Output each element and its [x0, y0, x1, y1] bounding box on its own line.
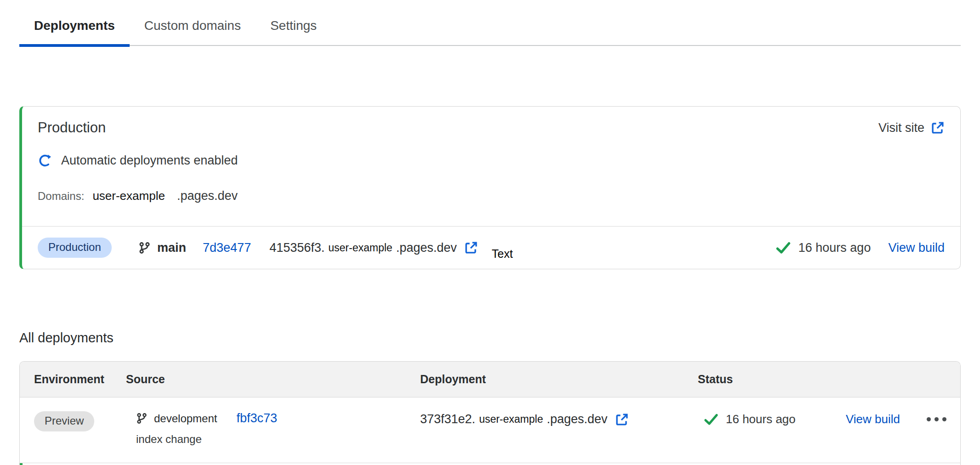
next-row-green-border [20, 463, 23, 465]
tab-deployments[interactable]: Deployments [19, 11, 130, 45]
all-deployments-title: All deployments [19, 330, 961, 346]
git-branch-icon [136, 412, 148, 425]
production-domain-suffix: .pages.dev [177, 189, 238, 203]
refresh-icon [38, 154, 51, 167]
deployment-domain-name: user-example [479, 413, 543, 425]
production-deployment-row: Production main 7d3e477 415356f3. user-e… [22, 226, 960, 269]
auto-deployments-text: Automatic deployments enabled [61, 153, 238, 168]
check-icon [775, 241, 791, 255]
column-header-environment: Environment [20, 373, 126, 386]
tab-bar: Deployments Custom domains Settings [19, 0, 961, 46]
domains-label: Domains: [38, 190, 84, 203]
more-options-icon [942, 417, 946, 421]
environment-badge: Production [38, 238, 112, 258]
external-link-icon [931, 121, 945, 135]
table-row: Preview development fbf3c73 index change [20, 397, 960, 463]
deployments-table: Environment Source Deployment Status Pre… [19, 361, 961, 465]
production-card-title: Production [38, 119, 106, 136]
more-options-icon [927, 417, 931, 421]
annotation-text: Text [492, 247, 513, 261]
table-header-row: Environment Source Deployment Status [20, 362, 960, 397]
branch-name: main [157, 241, 186, 255]
column-header-deployment: Deployment [420, 373, 698, 386]
next-row-partial [20, 463, 960, 465]
deployment-time: 16 hours ago [798, 241, 871, 255]
column-header-status: Status [698, 373, 960, 386]
deployment-id: 415356f3. [269, 241, 325, 255]
commit-link[interactable]: 7d3e477 [203, 241, 251, 255]
deployment-time: 16 hours ago [726, 412, 796, 426]
tab-settings[interactable]: Settings [256, 11, 331, 45]
more-options-icon [934, 417, 939, 421]
commit-message: index change [136, 433, 420, 446]
view-build-link[interactable]: View build [888, 241, 945, 255]
production-card: Production Visit site Automa [19, 106, 961, 269]
visit-site-button[interactable]: Visit site [878, 121, 945, 135]
check-icon [704, 413, 718, 426]
more-options-button[interactable] [926, 414, 947, 424]
branch-name: development [154, 412, 217, 425]
deployment-domain-suffix: .pages.dev [547, 412, 607, 426]
commit-link[interactable]: fbf3c73 [236, 411, 277, 425]
git-branch-icon [138, 241, 151, 255]
external-link-icon[interactable] [464, 241, 478, 255]
column-header-source: Source [126, 373, 420, 386]
external-link-icon[interactable] [615, 413, 629, 426]
deployment-domain-suffix: .pages.dev [396, 241, 457, 255]
deployment-domain-name: user-example [328, 242, 392, 254]
deployment-id: 373f31e2. [420, 412, 475, 426]
visit-site-label: Visit site [878, 121, 924, 135]
view-build-link[interactable]: View build [846, 412, 900, 426]
production-domain-name: user-example [92, 189, 165, 203]
tab-custom-domains[interactable]: Custom domains [130, 11, 256, 45]
environment-badge: Preview [34, 411, 94, 431]
